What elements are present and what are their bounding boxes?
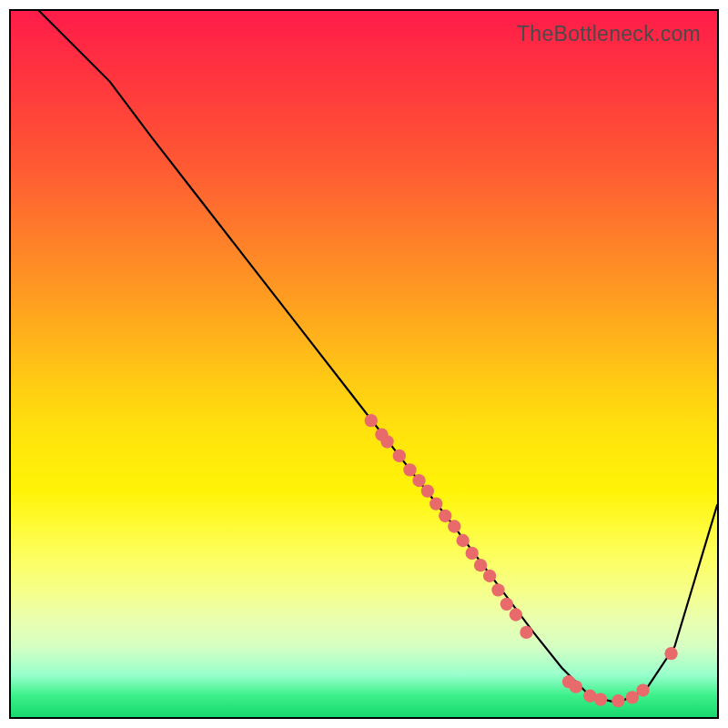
data-dot	[412, 474, 425, 487]
data-dot	[456, 534, 469, 547]
data-dot	[483, 570, 496, 582]
data-dot	[448, 520, 460, 532]
data-dot	[365, 414, 378, 427]
chart-container: TheBottleneck.com	[0, 0, 728, 728]
data-dot	[380, 435, 393, 448]
data-dot	[664, 647, 677, 660]
data-dot	[421, 485, 434, 498]
data-dot	[626, 691, 639, 703]
data-dot	[430, 497, 442, 510]
plot-area: TheBottleneck.com	[9, 9, 719, 719]
data-dot	[510, 608, 522, 621]
data-dot	[594, 693, 607, 705]
chart-svg	[11, 11, 717, 717]
data-dot	[520, 626, 532, 639]
data-dot	[439, 510, 451, 522]
data-dot	[474, 559, 487, 571]
data-dot	[612, 694, 624, 707]
data-dot	[393, 450, 406, 462]
data-dot	[500, 598, 513, 611]
data-dot	[570, 681, 582, 693]
dots-group	[365, 414, 678, 707]
data-dot	[491, 583, 504, 596]
data-dot	[403, 463, 416, 476]
data-dot	[466, 547, 479, 560]
data-dot	[636, 683, 649, 696]
curve-path	[39, 11, 717, 703]
